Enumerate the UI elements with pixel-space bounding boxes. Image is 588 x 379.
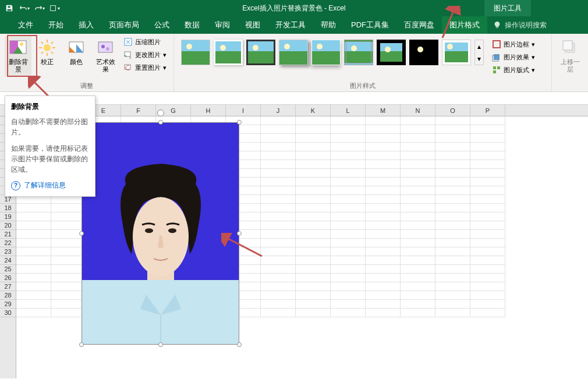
col-header-H[interactable]: H: [191, 105, 226, 116]
svg-rect-24: [497, 66, 500, 69]
remove-bg-icon: [9, 38, 27, 57]
corrections-button[interactable]: 校正: [34, 36, 61, 68]
svg-point-4: [44, 44, 51, 51]
col-header-P[interactable]: P: [470, 105, 505, 116]
group-styles-label: 图片样式: [350, 80, 376, 91]
tooltip-title: 删除背景: [11, 102, 89, 112]
style-preset-4[interactable]: [279, 40, 308, 65]
row-header-21[interactable]: 21: [0, 230, 16, 239]
handle-s[interactable]: [158, 342, 163, 347]
tab-review[interactable]: 审阅: [207, 16, 238, 34]
handle-se[interactable]: [237, 342, 242, 347]
handle-sw[interactable]: [79, 342, 84, 347]
group-adjust: 删除背景 校正 颜色 艺术效果 压缩图片 更改图片 ▾ 重置图片 ▾ 调整: [0, 34, 174, 91]
col-header-J[interactable]: J: [261, 105, 296, 116]
rotate-handle[interactable]: [157, 109, 164, 116]
tab-picture-format[interactable]: 图片格式: [442, 16, 487, 34]
svg-point-29: [145, 228, 153, 233]
tab-pdf[interactable]: PDF工具集: [343, 16, 396, 34]
compress-icon: [123, 37, 133, 47]
reset-icon: [123, 63, 133, 72]
row-header-27[interactable]: 27: [0, 282, 16, 291]
tab-home[interactable]: 开始: [41, 16, 71, 34]
col-header-L[interactable]: L: [331, 105, 366, 116]
svg-line-10: [51, 52, 53, 54]
row-header-19[interactable]: 19: [0, 212, 16, 221]
tell-me-search[interactable]: 操作说明搜索: [493, 20, 547, 30]
handle-n[interactable]: [158, 120, 163, 125]
row-header-18[interactable]: 18: [0, 204, 16, 212]
row-header-28[interactable]: 28: [0, 291, 16, 300]
handle-ne[interactable]: [237, 120, 242, 125]
row-header-30[interactable]: 30: [0, 309, 16, 317]
row-header-23[interactable]: 23: [0, 247, 16, 256]
col-header-F[interactable]: F: [121, 105, 156, 116]
tooltip-body-1: 自动删除不需要的部分图片。: [11, 116, 89, 137]
svg-point-15: [101, 45, 105, 48]
col-header-M[interactable]: M: [366, 105, 401, 116]
redo-button[interactable]: ▾: [33, 2, 47, 15]
style-preset-6[interactable]: [344, 40, 373, 65]
color-button[interactable]: 颜色: [63, 36, 90, 68]
undo-button[interactable]: ▾: [17, 2, 31, 15]
svg-line-9: [41, 42, 43, 44]
style-preset-7[interactable]: [377, 40, 406, 65]
corrections-label: 校正: [41, 58, 54, 66]
gallery-more-button[interactable]: ▴▾: [474, 40, 484, 65]
row-header-20[interactable]: 20: [0, 221, 16, 230]
remove-background-button[interactable]: 删除背景: [5, 36, 31, 76]
svg-rect-14: [98, 42, 112, 52]
style-preset-3[interactable]: [246, 40, 275, 65]
row-header-26[interactable]: 26: [0, 274, 16, 282]
compress-button[interactable]: 压缩图片: [121, 36, 169, 48]
style-preset-2[interactable]: [214, 40, 243, 65]
handle-w[interactable]: [79, 231, 84, 236]
tab-formulas[interactable]: 公式: [147, 16, 177, 34]
tab-baidu[interactable]: 百度网盘: [396, 16, 442, 34]
svg-rect-27: [563, 41, 572, 50]
style-preset-5[interactable]: [311, 40, 341, 65]
tooltip-learn-more-link[interactable]: 了解详细信息: [11, 180, 89, 190]
tab-developer[interactable]: 开发工具: [268, 16, 313, 34]
tab-pagelayout[interactable]: 页面布局: [101, 16, 147, 34]
tab-data[interactable]: 数据: [177, 16, 207, 34]
style-preset-8[interactable]: [409, 40, 438, 65]
shirt-collar: [82, 274, 239, 344]
bring-forward-button[interactable]: 上移一层: [557, 36, 583, 76]
col-header-O[interactable]: O: [435, 105, 470, 116]
picture-border-button[interactable]: 图片边框 ▾: [491, 38, 536, 50]
layout-icon: [492, 65, 501, 75]
row-header-24[interactable]: 24: [0, 256, 16, 265]
column-headers: CDEFGHIJKLMNOP: [16, 105, 588, 116]
tooltip-body-2: 如果需要，请使用标记表示图片中要保留或删除的区域。: [11, 143, 89, 175]
tab-insert[interactable]: 插入: [71, 16, 101, 34]
reset-picture-button[interactable]: 重置图片 ▾: [121, 62, 169, 73]
ribbon-tabs: 文件 开始 插入 页面布局 公式 数据 审阅 视图 开发工具 帮助 PDF工具集…: [0, 16, 588, 34]
picture-effects-button[interactable]: 图片效果 ▾: [491, 51, 536, 63]
change-picture-button[interactable]: 更改图片 ▾: [121, 49, 169, 61]
row-header-29[interactable]: 29: [0, 300, 16, 309]
save-button[interactable]: [2, 2, 16, 15]
col-header-N[interactable]: N: [401, 105, 435, 116]
cells-area[interactable]: [16, 116, 588, 378]
row-header-22[interactable]: 22: [0, 239, 16, 247]
photo-image: [82, 122, 239, 345]
picture-layout-button[interactable]: 图片版式 ▾: [491, 64, 536, 76]
col-header-K[interactable]: K: [296, 105, 331, 116]
tab-file[interactable]: 文件: [10, 16, 41, 34]
artistic-button[interactable]: 艺术效果: [92, 36, 119, 76]
tab-help[interactable]: 帮助: [313, 16, 343, 34]
style-preset-9[interactable]: [442, 40, 471, 65]
tab-view[interactable]: 视图: [238, 16, 268, 34]
artistic-label: 艺术效果: [93, 58, 118, 73]
inserted-photo[interactable]: [82, 122, 239, 345]
handle-e[interactable]: [237, 231, 242, 236]
svg-rect-0: [51, 6, 56, 11]
svg-point-16: [106, 47, 109, 51]
row-header-25[interactable]: 25: [0, 265, 16, 274]
col-header-I[interactable]: I: [226, 105, 261, 116]
sun-icon: [38, 38, 56, 57]
svg-rect-23: [493, 66, 496, 69]
qat-more-button[interactable]: ▾: [48, 2, 62, 15]
style-preset-1[interactable]: [181, 40, 210, 65]
